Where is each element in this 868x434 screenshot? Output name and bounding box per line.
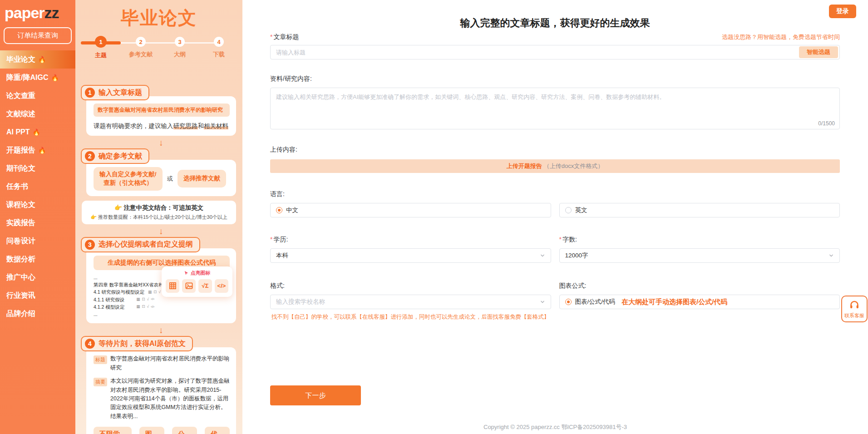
outline-line-icons: ▦⊡√</> (136, 304, 154, 310)
sidebar-item-reduce-aigc[interactable]: 降重/降AIGC🔥 (0, 69, 75, 87)
step-label: 主题 (83, 51, 119, 59)
radio-unselected-icon (565, 207, 572, 213)
example-title-box: 数字普惠金融对河南省农村居民消费水平的影响研究 (94, 104, 230, 117)
sidebar-item-plagiarism-check[interactable]: 论文查重 (0, 87, 75, 105)
sidebar-item-label: 课程论文 (6, 200, 35, 210)
sidebar-item-data-analysis[interactable]: 数据分析 (0, 250, 75, 268)
reference-note-secondary: 👉 推荐数量提醒：本科15个以上/硕士20个以上/博士30个以上 (84, 214, 234, 221)
sidebar-item-course-paper[interactable]: 课程论文 (0, 196, 75, 214)
language-option-english[interactable]: 英文 (559, 203, 840, 217)
required-asterisk: * (270, 236, 272, 243)
school-format-placeholder: 输入搜索学校名称 (276, 298, 325, 306)
sidebar-item-label: AI PPT (6, 128, 30, 136)
order-query-button[interactable]: 订单结果查询 (4, 27, 72, 44)
tip-text: 和 (198, 123, 204, 129)
format-label: 格式: (270, 282, 551, 290)
outline-line-icons: ▦⊡√</> (136, 296, 154, 302)
step-label: 下载 (201, 50, 237, 59)
logo: paperzz (0, 0, 75, 21)
login-button[interactable]: 登录 (829, 5, 856, 18)
smart-topic-hint-link[interactable]: 选题没思路？用智能选题，免费选题节省时间 (722, 33, 840, 41)
title-tip: 课题有明确要求的，建议输入研究思路和相关材料 (94, 122, 230, 130)
fire-icon: 🔥 (38, 147, 46, 154)
wizard-title: 毕业论文 (75, 5, 242, 30)
sidebar-item-task-book[interactable]: 任务书 (0, 178, 75, 196)
chart-formula-option[interactable]: 图表/公式/代码 在大纲处可手动选择图表/公式/代码 (559, 295, 840, 309)
code-icon: </> (151, 297, 154, 302)
upload-format-note: （上传docx文件格式） (544, 162, 603, 170)
sidebar-item-graduation-thesis[interactable]: 毕业论文🔥 (0, 50, 75, 69)
sidebar-item-journal-paper[interactable]: 期刊论文 (0, 159, 75, 178)
sidebar-item-label: 问卷设计 (6, 237, 35, 246)
step-number: 3 (175, 37, 185, 47)
guide-steps: 1 输入文章标题 数字普惠金融对河南省农村居民消费水平的影响研究 课题有明确要求… (75, 63, 242, 434)
required-asterisk: * (559, 236, 562, 243)
degree-select[interactable]: 本科 (270, 248, 551, 263)
sidebar-item-label: 推广中心 (6, 273, 35, 282)
word-count-label: *字数: (559, 236, 840, 244)
reference-options: 输入自定义参考文献/查新（引文格式） 或 选择推荐文献 (94, 167, 230, 191)
article-title-label: *文章标题 (270, 33, 299, 41)
sidebar-item-brand-intro[interactable]: 品牌介绍 (0, 305, 75, 323)
tooltip-icons: √Σ </> (166, 279, 228, 293)
formula-icon: √ (147, 304, 149, 310)
school-format-select[interactable]: 输入搜索学校名称 (270, 295, 551, 309)
step-label: 参考文献 (123, 50, 159, 59)
language-label: 语言: (270, 190, 840, 198)
chart-formula-note: 在大纲处可手动选择图表/公式/代码 (621, 298, 727, 306)
sidebar-item-label: 开题报告 (6, 146, 35, 155)
upload-proposal-button[interactable]: 上传开题报告 （上传docx文件格式） (270, 159, 840, 173)
feature-tag: 公式 (172, 427, 197, 434)
char-counter: 0/1500 (818, 120, 835, 127)
language-option-chinese[interactable]: 中文 (270, 203, 551, 217)
sidebar-item-questionnaire-design[interactable]: 问卷设计 (0, 232, 75, 250)
chevron-down-icon (829, 253, 834, 258)
sidebar-item-proposal-report[interactable]: 开题报告🔥 (0, 141, 75, 159)
wizard-panel: 毕业论文 1 主题 2 参考文献 3 大纲 4 下载 1 输入文章标题 数字普惠… (75, 0, 242, 434)
step-number: 4 (214, 37, 224, 47)
word-count-select[interactable]: 12000字 (559, 248, 840, 263)
code-icon: </> (215, 279, 228, 293)
table-icon (166, 279, 179, 293)
sidebar-item-literature-review[interactable]: 文献综述 (0, 105, 75, 123)
table-icon: ▦ (148, 289, 152, 295)
article-title-input[interactable] (270, 45, 840, 59)
step-topic: 1 主题 (83, 37, 119, 59)
sidebar-item-ai-ppt[interactable]: AI PPT🔥 (0, 123, 75, 141)
logo-part1: paper (5, 4, 44, 21)
outline-line: 4.1.2 模型设定 ▦⊡√</> (94, 303, 230, 311)
code-icon: </> (151, 305, 154, 310)
sidebar-item-practice-report[interactable]: 实践报告 (0, 214, 75, 232)
guide-step-title: 等待片刻，获得AI原创范文 (99, 339, 186, 349)
chart-formula-label: 图表公式: (559, 282, 840, 290)
material-textarea[interactable]: 建议输入相关研究思路，方便AI能够更加准确了解你的需求，如关键词、核心思路、观点… (270, 88, 840, 129)
image-icon: ⊡ (142, 304, 145, 310)
smart-topic-button[interactable]: 智能选题 (799, 46, 838, 58)
guide-step-title: 确定参考文献 (99, 152, 142, 161)
feature-tags: 不限学科 图表 公式 代码 (94, 427, 230, 434)
next-step-button[interactable]: 下一步 (270, 385, 361, 405)
cursor-icon (184, 271, 189, 276)
tooltip-label: 点亮图标 (191, 270, 211, 276)
arrow-down-icon: ↓ (86, 138, 236, 147)
outline-line: 4.1.1 研究假设 ▦⊡√</> (94, 296, 230, 303)
material-placeholder: 建议输入相关研究思路，方便AI能够更加准确了解你的需求，如关键词、核心思路、观点… (276, 93, 834, 102)
copyright-footer: Copyright © 2025 paperzz.cc 鄂ICP备2025093… (242, 423, 868, 431)
format-helper-text: 找不到【自己】的学校，可以联系【在线客服】进行添加，同时也可以先生成论文，后面找… (270, 313, 551, 321)
contact-support-widget[interactable]: 联系客服 (841, 296, 868, 322)
degree-value: 本科 (276, 252, 288, 260)
sidebar-item-label: 实践报告 (6, 218, 35, 228)
guide-card-2: 输入自定义参考文献/查新（引文格式） 或 选择推荐文献 (86, 160, 236, 196)
sidebar-item-industry-news[interactable]: 行业资讯 (0, 286, 75, 305)
guide-card-1: 数字普惠金融对河南省农村居民消费水平的影响研究 课题有明确要求的，建议输入研究思… (86, 96, 236, 136)
sidebar-item-label: 期刊论文 (6, 164, 35, 173)
contact-support-label: 联系客服 (843, 312, 866, 319)
guide-chip-1: 1 输入文章标题 (81, 85, 149, 100)
page-title: 输入完整的文章标题，获得更好的生成效果 (270, 16, 840, 30)
guide-step-title: 输入文章标题 (99, 88, 142, 98)
sidebar-item-promotion-center[interactable]: 推广中心 (0, 268, 75, 286)
material-label: 资料/研究内容: (270, 75, 840, 83)
outline-preview: ... 第四章 数字普惠金融对XX省农村居民消费水 4.1 研究假设与模型设定 … (94, 274, 230, 318)
sample-abstract-row: 摘要 本文以河南省为研究对象，探讨了数字普惠金融对农村居民消费水平的影响。研究采… (94, 377, 230, 421)
title-tag: 标题 (94, 355, 107, 364)
